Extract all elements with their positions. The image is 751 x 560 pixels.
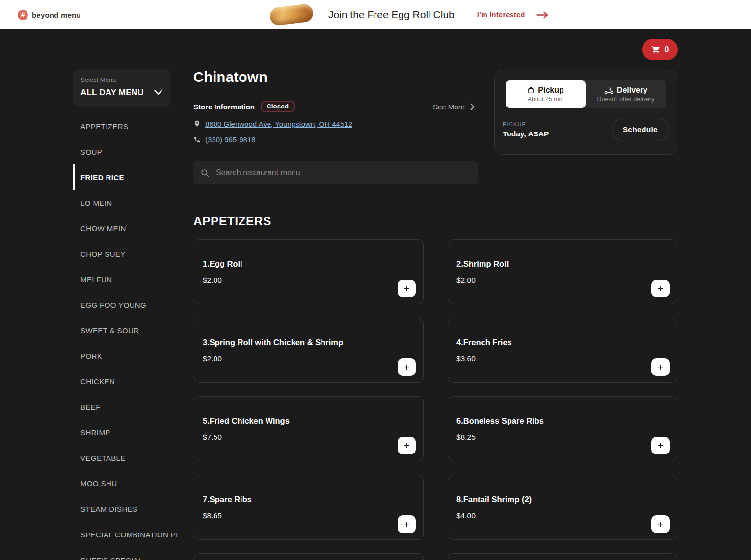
menu-item-card: 6.Boneless Spare Ribs$8.25+ — [448, 396, 677, 461]
beyondmenu-logo-icon — [18, 10, 28, 20]
add-item-button[interactable]: + — [651, 280, 670, 297]
menu-item-card: 2.Shrimp Roll$2.00+ — [448, 239, 677, 304]
scooter-icon — [604, 87, 614, 94]
sidebar-item-soup[interactable]: SOUP — [73, 139, 170, 164]
fulfillment-bottom-row: PICKUP Today, ASAP Schedule — [503, 118, 669, 141]
menu-item-price: $8.65 — [203, 511, 222, 520]
menu-item-card: 4.French Fries$3.60+ — [448, 318, 677, 383]
pickup-tab[interactable]: Pickup About 25 min — [506, 80, 586, 108]
menu-item-price: $3.60 — [456, 354, 476, 363]
sidebar-item-fried-rice[interactable]: FRIED RICE — [73, 164, 170, 190]
fulfillment-card: Pickup About 25 min Delivery Doesn't off… — [494, 70, 677, 155]
menu-item-price: $8.25 — [456, 433, 476, 442]
sidebar-item-beef[interactable]: BEEF — [73, 394, 170, 420]
menu-select-label: Select Menu — [80, 76, 163, 83]
menu-item-price: $2.00 — [456, 276, 476, 285]
category-sidebar: Select Menu ALL DAY MENU APPETIZERSSOUPF… — [73, 69, 170, 560]
sidebar-item-steam-dishes[interactable]: STEAM DISHES — [73, 496, 170, 522]
chevron-down-icon — [154, 90, 162, 95]
status-badge: Closed — [261, 101, 295, 112]
sidebar-item-sweet-sour[interactable]: SWEET & SOUR — [73, 318, 170, 343]
sidebar-item-chop-suey[interactable]: CHOP SUEY — [73, 241, 170, 267]
menu-item-card: 5.Fried Chicken Wings$7.50+ — [194, 396, 424, 461]
add-item-button[interactable]: + — [651, 515, 670, 533]
sidebar-item-mei-fun[interactable]: MEI FUN — [73, 267, 170, 292]
see-more-button[interactable]: See More — [430, 102, 478, 111]
chevron-right-icon — [470, 103, 475, 110]
category-nav: APPETIZERSSOUPFRIED RICELO MEINCHOW MEIN… — [73, 113, 170, 560]
beyondmenu-logo: beyond menu — [18, 0, 81, 29]
search-input[interactable] — [215, 168, 471, 178]
sidebar-item-egg-foo-young[interactable]: EGG FOO YOUNG — [73, 292, 170, 318]
sidebar-item-pork[interactable]: PORK — [73, 343, 170, 369]
menu-item-price: $2.00 — [203, 276, 222, 285]
menu-item-price: $7.50 — [203, 433, 222, 442]
sidebar-item-chow-mein[interactable]: CHOW MEIN — [73, 215, 170, 241]
menu-item-name: 3.Spring Roll with Chicken & Shrimp — [203, 338, 343, 347]
cart-count: 0 — [665, 45, 669, 54]
sidebar-item-chef-s-special[interactable]: CHEF'S SPECIAL — [73, 547, 170, 560]
add-item-button[interactable]: + — [398, 437, 416, 454]
pickup-label: Pickup — [538, 86, 563, 95]
search-icon — [200, 168, 210, 178]
menu-item-card-partial — [194, 553, 424, 560]
add-item-button[interactable]: + — [398, 358, 416, 376]
delivery-tab[interactable]: Delivery Doesn't offer delivery — [586, 80, 666, 108]
arrow-right-icon — [536, 11, 549, 19]
menu-item-name: 2.Shrimp Roll — [456, 259, 509, 268]
add-item-button[interactable]: + — [398, 515, 416, 533]
delivery-label: Delivery — [617, 86, 647, 95]
sidebar-item-special-combination-pl[interactable]: SPECIAL COMBINATION PL — [73, 522, 170, 547]
promo-topbar: beyond menu Join the Free Egg Roll Club … — [0, 0, 751, 29]
store-info-row: Store Information Closed See More — [193, 101, 478, 112]
im-interested-label: I'm Interested — [477, 11, 525, 19]
menu-select-dropdown[interactable]: Select Menu ALL DAY MENU — [73, 69, 170, 107]
menu-item-card: 8.Fantail Shrimp (2)$4.00+ — [448, 475, 677, 540]
menu-item-name: 4.French Fries — [456, 338, 512, 347]
sidebar-item-vegetable[interactable]: VEGETABLE — [73, 445, 170, 471]
menu-item-name: 6.Boneless Spare Ribs — [456, 416, 544, 426]
bag-icon — [527, 86, 535, 94]
phone-link[interactable]: (330) 965-9818 — [205, 135, 256, 144]
menu-item-name: 7.Spare Ribs — [203, 495, 252, 504]
pickup-caps-label: PICKUP — [503, 121, 549, 127]
menu-grid: 1.Egg Roll$2.00+2.Shrimp Roll$2.00+3.Spr… — [194, 239, 677, 560]
pickup-eta: About 25 min — [528, 96, 564, 103]
section-title: APPETIZERS — [193, 214, 271, 228]
sidebar-item-shrimp[interactable]: SHRIMP — [73, 420, 170, 445]
add-item-button[interactable]: + — [651, 437, 670, 454]
store-info-label: Store Information — [193, 103, 255, 111]
phone-row: (330) 965-9818 — [193, 134, 256, 145]
add-item-button[interactable]: + — [398, 280, 416, 297]
phone-icon — [193, 136, 201, 143]
fulfillment-toggle: Pickup About 25 min Delivery Doesn't off… — [506, 80, 666, 108]
menu-select-value: ALL DAY MENU — [80, 88, 163, 98]
sidebar-item-lo-mein[interactable]: LO MEIN — [73, 190, 170, 215]
sidebar-item-appetizers[interactable]: APPETIZERS — [73, 113, 170, 139]
egg-roll-club-promo: Join the Free Egg Roll Club I'm Interest… — [270, 0, 552, 29]
address-link[interactable]: 8600 Glenwood Ave, Youngstown, OH 44512 — [205, 120, 352, 128]
sidebar-item-moo-shu[interactable]: MOO SHU — [73, 471, 170, 496]
menu-search — [193, 161, 478, 184]
store-name-heading: Chinatown — [193, 69, 268, 85]
im-interested-button[interactable]: I'm Interested — [474, 10, 552, 19]
cart-button[interactable]: 0 — [642, 39, 678, 60]
menu-item-price: $4.00 — [456, 511, 476, 520]
location-pin-icon — [193, 120, 201, 128]
delivery-note: Doesn't offer delivery — [597, 96, 655, 103]
pickup-time-value: Today, ASAP — [503, 130, 549, 138]
menu-item-card: 7.Spare Ribs$8.65+ — [194, 475, 424, 540]
egg-roll-image — [269, 3, 314, 26]
menu-item-price: $2.00 — [203, 354, 222, 363]
menu-item-name: 5.Fried Chicken Wings — [203, 416, 290, 426]
menu-item-card-partial — [448, 553, 677, 560]
missing-glyph-box — [529, 12, 533, 18]
beyondmenu-logo-text: beyond menu — [32, 11, 81, 19]
menu-item-card: 1.Egg Roll$2.00+ — [194, 239, 424, 304]
promo-title: Join the Free Egg Roll Club — [328, 9, 455, 21]
schedule-button[interactable]: Schedule — [612, 118, 669, 141]
address-row: 8600 Glenwood Ave, Youngstown, OH 44512 — [193, 118, 352, 129]
add-item-button[interactable]: + — [651, 358, 670, 376]
sidebar-item-chicken[interactable]: CHICKEN — [73, 369, 170, 394]
menu-item-card: 3.Spring Roll with Chicken & Shrimp$2.00… — [194, 318, 424, 383]
